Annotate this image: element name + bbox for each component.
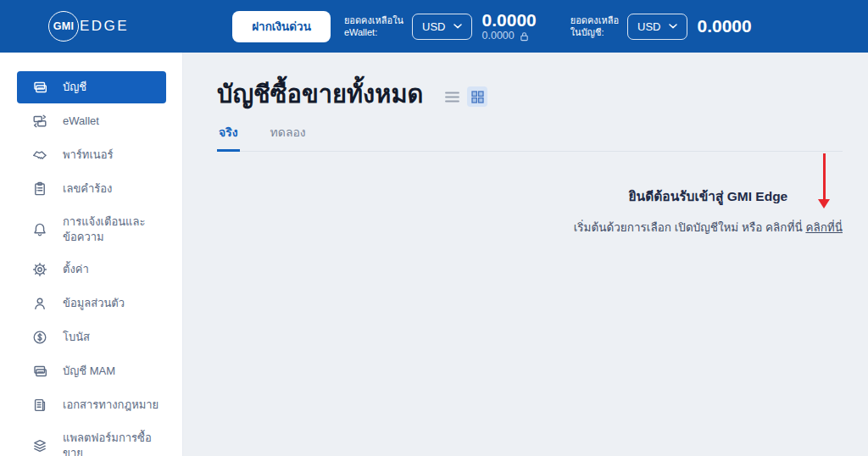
welcome-heading: ยินดีต้อนรับเข้าสู่ GMI Edge — [574, 186, 843, 207]
bell-icon — [32, 222, 47, 237]
ewallet-balance-group: ยอดคงเหลือใน eWallet: USD 0.0000 0.0000 — [344, 10, 537, 42]
main-content: บัญชีซื้อขายทั้งหมด จริง ทดลอง ยินดีต้อน… — [183, 53, 868, 456]
title-row: บัญชีซื้อขายทั้งหมด — [217, 53, 843, 112]
account-amounts: 0.0000 — [698, 16, 752, 36]
top-header: GMI EDGE ฝากเงินด่วน ยอดคงเหลือใน eWalle… — [0, 0, 868, 53]
welcome-message: ยินดีต้อนรับเข้าสู่ GMI Edge เริ่มต้นด้ว… — [574, 186, 843, 236]
sidebar-item-requests[interactable]: เลขคำร้อง — [17, 173, 166, 205]
list-view-icon — [445, 92, 459, 103]
sidebar-item-label: ข้อมูลส่วนตัว — [63, 296, 125, 311]
ewallet-amounts: 0.0000 0.0000 — [482, 10, 537, 42]
welcome-body-text: เริ่มต้นด้วยการเลือก เปิดบัญชีใหม่ หรือ … — [574, 221, 806, 234]
logo-edge-text: EDGE — [80, 18, 129, 35]
click-here-link[interactable]: คลิกที่นี่ — [805, 221, 843, 234]
ewallet-currency-select[interactable]: USD — [412, 14, 471, 40]
ewallet-locked-amount: 0.0000 — [482, 30, 515, 42]
sidebar-item-profile[interactable]: ข้อมูลส่วนตัว — [17, 287, 166, 320]
sidebar-item-settings[interactable]: ตั้งค่า — [17, 253, 166, 286]
user-icon — [32, 296, 47, 311]
welcome-body: เริ่มต้นด้วยการเลือก เปิดบัญชีใหม่ หรือ … — [574, 218, 843, 236]
sidebar-item-ewallet[interactable]: eWallet — [17, 105, 166, 137]
sidebar-item-label: เอกสารทางกฎหมาย — [63, 398, 159, 413]
sidebar-item-label: บัญชี MAM — [63, 364, 115, 379]
tab-demo[interactable]: ทดลอง — [269, 117, 308, 152]
sidebar-item-partner[interactable]: พาร์ทเนอร์ — [17, 139, 166, 171]
tab-real[interactable]: จริง — [217, 117, 240, 152]
cards-icon — [32, 364, 47, 379]
sidebar-item-bonus[interactable]: โบนัส — [17, 321, 166, 353]
account-type-tabs: จริง ทดลอง — [217, 117, 843, 152]
gear-icon — [32, 262, 47, 277]
account-currency-value: USD — [637, 20, 660, 33]
ewallet-currency-value: USD — [422, 20, 445, 33]
sidebar-nav: บัญชี eWallet พาร์ทเนอร์ เลขคำร้อง — [0, 53, 183, 456]
sidebar-item-label: การแจ้งเตือนและ ข้อความ — [63, 214, 145, 244]
account-amount: 0.0000 — [698, 16, 752, 36]
lock-icon — [520, 31, 529, 42]
sidebar-item-trading-platforms[interactable]: แพลตฟอร์มการซื้อ ขาย — [17, 423, 166, 456]
account-balance-label: ยอดคงเหลือ ในบัญชี: — [570, 14, 619, 39]
layers-icon — [32, 438, 47, 453]
gmi-logo-circle: GMI — [48, 11, 79, 42]
sidebar-item-label: แพลตฟอร์มการซื้อ ขาย — [63, 431, 152, 456]
sidebar-item-accounts[interactable]: บัญชี — [17, 71, 166, 103]
clipboard-icon — [32, 181, 47, 197]
sidebar-item-label: เลขคำร้อง — [63, 181, 112, 197]
list-view-toggle[interactable] — [445, 92, 459, 103]
page-title: บัญชีซื้อขายทั้งหมด — [217, 76, 423, 112]
sidebar-item-label: eWallet — [63, 114, 99, 129]
sidebar-item-legal-documents[interactable]: เอกสารทางกฎหมาย — [17, 389, 166, 421]
chevron-down-icon — [453, 24, 462, 29]
quick-deposit-button[interactable]: ฝากเงินด่วน — [232, 11, 331, 42]
gmi-edge-logo: GMI EDGE — [48, 11, 129, 42]
ewallet-balance-label: ยอดคงเหลือใน eWallet: — [344, 14, 403, 39]
chevron-down-icon — [669, 24, 677, 29]
view-toggles — [445, 86, 487, 107]
account-currency-select[interactable]: USD — [627, 14, 687, 40]
sidebar-item-label: ตั้งค่า — [63, 262, 89, 277]
sidebar-item-label: โบนัส — [63, 330, 90, 345]
account-balance-group: ยอดคงเหลือ ในบัญชี: USD 0.0000 — [570, 14, 752, 40]
dollar-circle-icon — [32, 330, 47, 345]
grid-view-icon — [471, 91, 484, 103]
sidebar-item-label: พาร์ทเนอร์ — [63, 147, 114, 163]
sidebar-item-notifications[interactable]: การแจ้งเตือนและ ข้อความ — [17, 207, 166, 252]
grid-view-toggle[interactable] — [467, 86, 487, 107]
sidebar-item-label: บัญชี — [63, 80, 86, 95]
wallet-transfer-icon — [32, 114, 47, 129]
ewallet-amount: 0.0000 — [482, 10, 537, 30]
ewallet-locked-amount-row: 0.0000 — [482, 30, 537, 42]
sidebar-item-mam-accounts[interactable]: บัญชี MAM — [17, 355, 166, 387]
handshake-icon — [32, 147, 47, 163]
cards-icon — [32, 80, 47, 95]
document-icon — [32, 398, 47, 413]
